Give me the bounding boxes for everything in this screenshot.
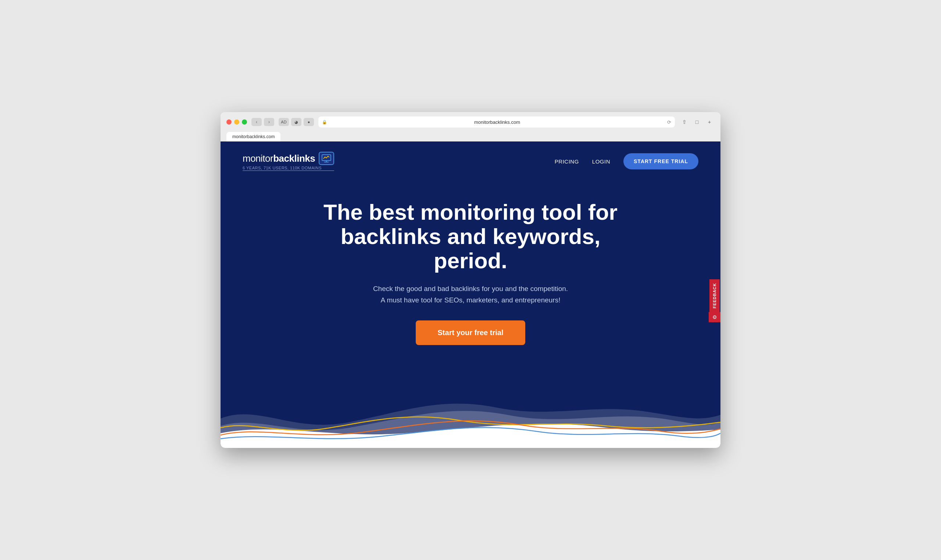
browser-window: ‹ › AD ◕ ● 🔒 monitorbacklinks.com ⟳ ⇧ □ … [220,112,721,448]
new-tab-button[interactable]: + [704,118,715,126]
hero-section: The best monitoring tool for backlinks a… [220,178,721,367]
wave-graphic [220,374,721,448]
feedback-icon: ⚙ [709,312,721,322]
logo-text: monitorbacklinks [243,153,315,164]
extension-3-icon[interactable]: ● [303,118,314,126]
hero-subtitle: Check the good and bad backlinks for you… [360,283,581,306]
logo-backlinks: backlinks [273,153,315,164]
maximize-button[interactable] [242,119,247,125]
extension-2-icon[interactable]: ◕ [291,118,302,126]
website-content: Feedback ⚙ monitorbacklinks [220,142,721,448]
feedback-button[interactable]: Feedback [709,279,720,312]
pricing-link[interactable]: PRICING [555,158,579,165]
active-tab[interactable]: monitorbacklinks.com [226,132,280,142]
browser-tab-bar: monitorbacklinks.com [226,131,715,142]
browser-chrome: ‹ › AD ◕ ● 🔒 monitorbacklinks.com ⟳ ⇧ □ … [220,112,721,142]
back-button[interactable]: ‹ [251,118,262,126]
logo-area: monitorbacklinks 6 YEARS, 71K USERS, 110… [243,152,334,171]
browser-right-actions: ⇧ □ + [679,118,715,126]
lock-icon: 🔒 [322,120,327,125]
url-text: monitorbacklinks.com [330,119,665,125]
hero-title: The best monitoring tool for backlinks a… [305,200,636,273]
logo-tagline: 6 YEARS, 71K USERS, 110K DOMAINS [243,166,334,171]
browser-nav-buttons: ‹ › [251,118,274,126]
wave-section [220,374,721,448]
browser-extensions: AD ◕ ● [279,118,314,126]
address-bar[interactable]: 🔒 monitorbacklinks.com ⟳ [318,117,675,128]
start-free-trial-hero-button[interactable]: Start your free trial [416,320,526,345]
minimize-button[interactable] [234,119,239,125]
site-nav: monitorbacklinks 6 YEARS, 71K USERS, 110… [220,142,721,178]
logo-monitor: monitor [243,153,273,164]
extension-1-icon[interactable]: AD [279,118,289,126]
tab-overview-button[interactable]: □ [692,118,702,126]
browser-top-bar: ‹ › AD ◕ ● 🔒 monitorbacklinks.com ⟳ ⇧ □ … [226,117,715,128]
close-button[interactable] [226,119,232,125]
feedback-wrapper: Feedback ⚙ [709,279,721,322]
logo-icon [319,152,334,165]
forward-button[interactable]: › [264,118,274,126]
logo-row: monitorbacklinks [243,152,334,165]
nav-links: PRICING LOGIN START FREE TRIAL [555,153,698,169]
traffic-lights [226,119,247,125]
refresh-button[interactable]: ⟳ [667,119,671,125]
hero-subtitle-line1: Check the good and bad backlinks for you… [373,285,568,292]
share-button[interactable]: ⇧ [679,118,690,126]
login-link[interactable]: LOGIN [592,158,610,165]
start-free-trial-nav-button[interactable]: START FREE TRIAL [624,153,698,169]
hero-subtitle-line2: A must have tool for SEOs, marketers, an… [381,296,561,304]
